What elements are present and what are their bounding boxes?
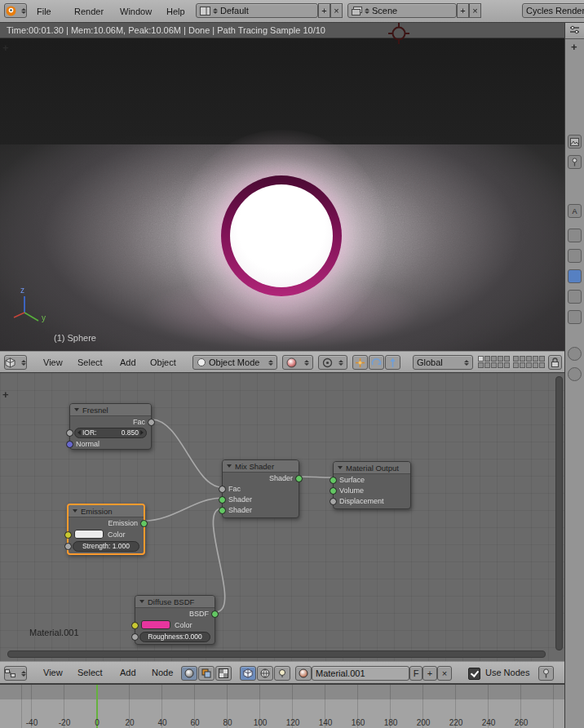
input-socket[interactable] bbox=[64, 531, 72, 539]
layer-toggle[interactable] bbox=[504, 362, 510, 368]
layer-toggle[interactable] bbox=[484, 362, 490, 368]
area-expand-icon[interactable]: + bbox=[2, 391, 9, 399]
menu-window[interactable]: Window bbox=[116, 0, 156, 22]
world-shader-button[interactable] bbox=[257, 666, 273, 681]
lock-to-scene-button[interactable] bbox=[548, 355, 562, 370]
vertical-scrollbar[interactable] bbox=[555, 376, 563, 650]
panel-icon-button[interactable] bbox=[568, 367, 582, 381]
layer-toggle[interactable] bbox=[533, 356, 538, 362]
roughness-slider[interactable]: Roughness:0.000 bbox=[139, 632, 210, 642]
layer-toggle[interactable] bbox=[520, 362, 525, 368]
manipulator-rotate-button[interactable] bbox=[369, 355, 384, 370]
chevron-right-icon[interactable] bbox=[140, 430, 144, 435]
collapse-icon[interactable] bbox=[338, 466, 343, 469]
panel-icon-button[interactable] bbox=[568, 290, 582, 304]
close-layout-button[interactable]: × bbox=[330, 3, 343, 18]
area-expand-icon[interactable]: + bbox=[571, 43, 577, 51]
panel-icon-button[interactable] bbox=[568, 249, 582, 263]
layer-toggle[interactable] bbox=[513, 362, 519, 368]
node-header[interactable]: Emission bbox=[69, 505, 144, 517]
panel-icon-button[interactable] bbox=[568, 347, 582, 361]
viewport-menu-add[interactable]: Add bbox=[116, 352, 140, 372]
properties-panel-strip[interactable]: + A bbox=[564, 23, 584, 728]
close-scene-button[interactable]: × bbox=[469, 3, 481, 18]
sphere-object[interactable] bbox=[221, 175, 342, 296]
layer-toggle[interactable] bbox=[526, 356, 532, 362]
menu-render[interactable]: Render bbox=[70, 0, 108, 22]
node-header[interactable]: Fresnel bbox=[70, 404, 151, 416]
color-swatch[interactable] bbox=[141, 620, 170, 629]
node-menu-add[interactable]: Add bbox=[116, 662, 140, 683]
use-nodes-checkbox[interactable] bbox=[468, 668, 480, 680]
collapse-icon[interactable] bbox=[227, 464, 232, 468]
input-socket[interactable] bbox=[131, 622, 139, 629]
viewport-menu-view[interactable]: View bbox=[39, 352, 67, 372]
unlink-material-button[interactable]: × bbox=[437, 666, 452, 681]
node-header[interactable]: Mix Shader bbox=[223, 460, 299, 473]
input-socket[interactable] bbox=[330, 477, 337, 484]
object-shader-button[interactable] bbox=[240, 666, 256, 681]
input-socket[interactable] bbox=[330, 487, 337, 495]
viewport-menu-object[interactable]: Object bbox=[146, 352, 180, 372]
editor-type-button[interactable] bbox=[4, 666, 27, 681]
add-material-button[interactable]: + bbox=[423, 666, 437, 681]
color-swatch[interactable] bbox=[74, 530, 104, 539]
input-socket[interactable] bbox=[330, 498, 337, 505]
layer-toggle[interactable] bbox=[533, 362, 538, 368]
input-socket[interactable] bbox=[131, 633, 139, 641]
node-emission[interactable]: Emission Emission Color Strength: 1.000 bbox=[67, 504, 145, 555]
collapse-icon[interactable] bbox=[74, 408, 79, 411]
layer-toggle[interactable] bbox=[478, 356, 484, 362]
input-socket[interactable] bbox=[219, 496, 226, 504]
menu-file[interactable]: File bbox=[33, 0, 55, 22]
layer-toggle[interactable] bbox=[520, 356, 525, 362]
scene-selector[interactable]: Scene bbox=[347, 3, 457, 18]
input-socket[interactable] bbox=[219, 486, 226, 493]
add-layout-button[interactable]: + bbox=[318, 3, 330, 18]
shader-tree-button[interactable] bbox=[181, 666, 197, 681]
layer-toggle[interactable] bbox=[513, 356, 519, 362]
manipulator-axis-button[interactable] bbox=[352, 355, 368, 370]
layer-toggle[interactable] bbox=[504, 356, 510, 362]
pivot-point-selector[interactable] bbox=[318, 355, 347, 370]
node-mix-shader[interactable]: Mix Shader Shader Fac Shader Shader bbox=[222, 459, 299, 518]
node-header[interactable]: Material Output bbox=[334, 462, 410, 474]
ior-slider[interactable]: IOR: 0.850 bbox=[74, 428, 147, 438]
node-material-output[interactable]: Material Output Surface Volume Displacem… bbox=[333, 461, 411, 509]
strength-slider[interactable]: Strength: 1.000 bbox=[73, 541, 139, 552]
node-header[interactable]: Diffuse BSDF bbox=[135, 596, 215, 608]
screen-layout-selector[interactable]: Default bbox=[196, 3, 318, 18]
input-socket[interactable] bbox=[219, 507, 226, 514]
pin-button[interactable] bbox=[538, 666, 554, 681]
panel-icon-button-active[interactable] bbox=[568, 269, 582, 283]
viewport-shading-selector[interactable] bbox=[282, 355, 313, 370]
panel-icon-button[interactable] bbox=[568, 310, 582, 324]
node-menu-select[interactable]: Select bbox=[73, 662, 107, 683]
layer-toggle[interactable] bbox=[498, 362, 503, 368]
panel-icon-button[interactable] bbox=[568, 155, 582, 169]
collapse-icon[interactable] bbox=[73, 509, 77, 513]
node-diffuse-bsdf[interactable]: Diffuse BSDF BSDF Color Roughness:0.000 bbox=[135, 595, 215, 645]
input-socket[interactable] bbox=[66, 429, 73, 437]
panel-icon-button[interactable] bbox=[568, 229, 582, 242]
timeline[interactable]: -40 -20 0 20 40 60 80 100 120 140 160 18… bbox=[0, 684, 564, 728]
panel-text-button[interactable]: A bbox=[568, 204, 582, 218]
menu-help[interactable]: Help bbox=[162, 0, 189, 22]
node-editor[interactable]: + Fresnel Fac IOR: 0.850 Normal Mix Shad… bbox=[0, 373, 564, 661]
layer-toggle[interactable] bbox=[498, 356, 503, 362]
output-socket[interactable] bbox=[148, 419, 155, 426]
3d-viewport[interactable]: + z y (1) Sphere bbox=[0, 38, 564, 351]
editor-type-button[interactable] bbox=[4, 355, 27, 370]
fake-user-button[interactable]: F bbox=[409, 666, 423, 681]
texture-tree-button[interactable] bbox=[215, 666, 232, 681]
layer-toggle[interactable] bbox=[539, 356, 545, 362]
horizontal-scrollbar[interactable] bbox=[7, 650, 546, 658]
material-browse-button[interactable] bbox=[295, 666, 312, 681]
layer-toggle[interactable] bbox=[478, 362, 484, 368]
layer-toggle[interactable] bbox=[484, 356, 490, 362]
app-menu-button[interactable] bbox=[4, 3, 27, 18]
layer-toggle[interactable] bbox=[539, 362, 545, 368]
panel-icon-button[interactable] bbox=[568, 135, 582, 149]
input-socket[interactable] bbox=[64, 543, 72, 550]
render-engine-selector[interactable]: Cycles Render bbox=[522, 3, 584, 18]
